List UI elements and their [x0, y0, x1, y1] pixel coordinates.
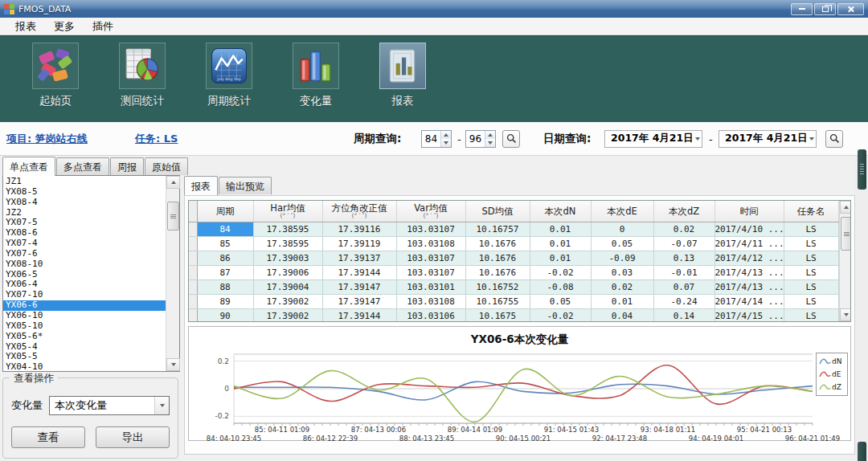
column-header-8[interactable]: 时间: [714, 201, 784, 222]
cell: 10.16752: [465, 279, 530, 294]
legend-entry-dE: dE: [819, 368, 847, 381]
list-item[interactable]: YX07-6: [3, 249, 166, 259]
cycle-search-button[interactable]: [502, 130, 520, 148]
scroll-down-icon[interactable]: [840, 308, 852, 321]
list-item[interactable]: YX04-10: [3, 362, 166, 371]
column-header-9[interactable]: 任务名: [784, 201, 838, 222]
cell: 90: [197, 308, 253, 322]
cell: 17.39006: [253, 265, 322, 279]
cell: -0.02: [530, 265, 591, 279]
date-search-button[interactable]: [825, 130, 843, 148]
minimize-button[interactable]: [791, 3, 813, 15]
list-item[interactable]: YX08-4: [3, 198, 166, 208]
toolbar-button-variation[interactable]: 变化量: [289, 43, 342, 108]
spin-down-icon[interactable]: [441, 139, 451, 147]
menu-item-2[interactable]: 插件: [84, 18, 122, 35]
spin-up-icon[interactable]: [485, 131, 495, 139]
cycle-to-value[interactable]: 96: [466, 131, 485, 147]
tab-left-2[interactable]: 周报: [110, 157, 144, 175]
list-item[interactable]: YX06-10: [3, 311, 166, 321]
report-content: 周期Har均值(° ′ ″)方位角改正值(° ′ ″)Var均值(° ′ ″)S…: [184, 195, 855, 455]
row-header-cell: [189, 265, 197, 279]
date-from-picker[interactable]: 2017年 4月21日: [604, 130, 702, 148]
view-button[interactable]: 查看: [11, 426, 85, 448]
table-row[interactable]: 8517.3859517.39119103.0310810.16760.010.…: [189, 236, 838, 251]
variation-combo[interactable]: 本次变化量: [49, 396, 170, 415]
column-header-5[interactable]: 本次dN: [530, 201, 591, 222]
date-to-picker[interactable]: 2017年 4月21日: [719, 130, 817, 148]
svg-text:84: 04-10 23:45: 84: 04-10 23:45: [207, 434, 261, 443]
list-item[interactable]: YX05-6*: [3, 332, 166, 342]
cell: 103.03101: [396, 279, 465, 294]
tab-left-0[interactable]: 单点查看: [2, 157, 55, 176]
app-icon: [4, 4, 14, 14]
cell: 103.03108: [396, 294, 465, 308]
table-row[interactable]: 8917.3900217.39147103.0310810.167550.050…: [189, 294, 838, 308]
column-header-2[interactable]: 方位角改正值(° ′ ″): [322, 201, 396, 222]
restore-button[interactable]: [814, 3, 836, 15]
tab-left-1[interactable]: 多点查看: [56, 157, 109, 175]
export-button[interactable]: 导出: [96, 426, 170, 448]
cell: LS: [784, 236, 838, 251]
scroll-up-icon[interactable]: [840, 201, 852, 214]
variation-label: 变化量: [11, 398, 43, 413]
column-header-7[interactable]: 本次dZ: [653, 201, 714, 222]
close-button[interactable]: [837, 3, 864, 15]
table-row[interactable]: 8617.3900317.39137103.0310710.16760.01-0…: [189, 251, 838, 265]
chevron-down-icon[interactable]: [154, 397, 169, 414]
project-link[interactable]: 项目: 笋岗站右线: [6, 132, 88, 146]
scroll-up-icon[interactable]: [166, 176, 180, 189]
cell: 17.39003: [253, 251, 322, 265]
cycle-to-spinner[interactable]: 96: [465, 130, 496, 148]
scrollbar-thumb[interactable]: [167, 202, 179, 230]
chevron-down-icon[interactable]: [808, 131, 816, 147]
list-item[interactable]: YX05-10: [3, 321, 166, 332]
cycle-data-table: 周期Har均值(° ′ ″)方位角改正值(° ′ ″)Var均值(° ′ ″)S…: [188, 200, 851, 322]
tab-right-0[interactable]: 报表: [184, 176, 218, 195]
scroll-down-icon[interactable]: [166, 358, 180, 371]
table-row[interactable]: 9017.3900217.39144103.0310610.1675-0.020…: [189, 308, 838, 322]
list-scrollbar[interactable]: [166, 176, 179, 371]
menu-item-0[interactable]: 报表: [6, 18, 45, 35]
toolbar-button-label: 周期统计: [203, 94, 256, 108]
toolbar-button-start-page[interactable]: 起始页: [29, 43, 82, 108]
cycle-from-spinner[interactable]: 84: [421, 130, 452, 148]
splitter-handle-bottom[interactable]: [858, 442, 866, 461]
table-row[interactable]: 8817.3900417.39147103.0310110.16752-0.08…: [189, 279, 838, 294]
panel-splitter-handle[interactable]: [858, 149, 866, 190]
table-row[interactable]: 8717.3900617.39144103.0310710.1676-0.020…: [189, 265, 838, 279]
table-row[interactable]: 8417.3859517.39116103.0310710.167570.010…: [189, 222, 838, 236]
table-scrollbar[interactable]: [839, 201, 851, 321]
toolbar-button-cycle-stats[interactable]: July Aug Sep周期统计: [203, 43, 256, 108]
minimize-icon: [799, 7, 805, 10]
toolbar-button-round-stats[interactable]: 测回统计: [116, 43, 169, 108]
tab-right-1[interactable]: 输出预览: [219, 177, 272, 194]
cell: 0.14: [653, 308, 714, 322]
report-icon: [379, 43, 426, 89]
svg-text:-0.2: -0.2: [215, 412, 229, 420]
list-item[interactable]: YX08-10: [3, 259, 166, 270]
cell: 0.05: [591, 236, 653, 251]
column-header-6[interactable]: 本次dE: [591, 201, 653, 222]
list-item[interactable]: YX07-4: [3, 239, 166, 249]
menu-item-1[interactable]: 更多: [45, 18, 84, 35]
spin-up-icon[interactable]: [441, 131, 451, 139]
list-item[interactable]: JZ1: [3, 177, 166, 187]
column-header-1[interactable]: Har均值(° ′ ″): [253, 201, 322, 222]
cell: 10.16757: [465, 222, 530, 236]
spin-down-icon[interactable]: [485, 139, 495, 147]
task-link[interactable]: 任务: LS: [135, 132, 178, 146]
column-header-0[interactable]: 周期: [197, 201, 253, 222]
list-item[interactable]: YX08-5: [3, 187, 166, 198]
scrollbar-thumb[interactable]: [841, 217, 852, 251]
column-header-4[interactable]: SD均值: [465, 201, 530, 222]
cell: 17.38595: [253, 222, 322, 236]
row-header-cell: [189, 294, 197, 308]
cell: 17.39147: [322, 279, 396, 294]
cell: 87: [197, 265, 253, 279]
column-header-3[interactable]: Var均值(° ′ ″): [396, 201, 465, 222]
chevron-down-icon[interactable]: [694, 131, 702, 147]
toolbar-button-report[interactable]: 报表: [376, 43, 429, 108]
cycle-from-value[interactable]: 84: [422, 131, 440, 147]
point-list: JZ1YX08-5YX08-4JZ2YX07-5YX08-6YX07-4YX07…: [3, 176, 166, 371]
